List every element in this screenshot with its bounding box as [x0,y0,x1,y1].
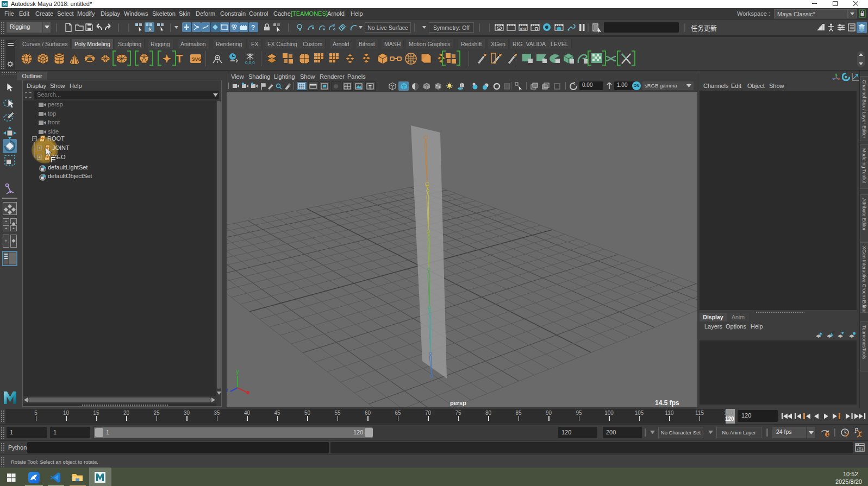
svg-text:14.5 fps: 14.5 fps [655,399,679,407]
svg-text:persp: persp [450,400,466,406]
svg-text:0,0,0: 0,0,0 [245,60,255,65]
svg-text:1: 1 [826,432,829,437]
svg-text:SVG: SVG [192,56,202,62]
svg-text:{{}}: {{}} [857,446,863,451]
svg-text:y: y [236,369,239,375]
svg-text:?: ? [251,24,255,31]
svg-text:z: z [227,387,228,393]
svg-text:T: T [176,53,183,65]
svg-text:T: T [369,84,372,90]
svg-text:IPR: IPR [520,27,526,31]
svg-text:1:1: 1:1 [345,84,348,87]
